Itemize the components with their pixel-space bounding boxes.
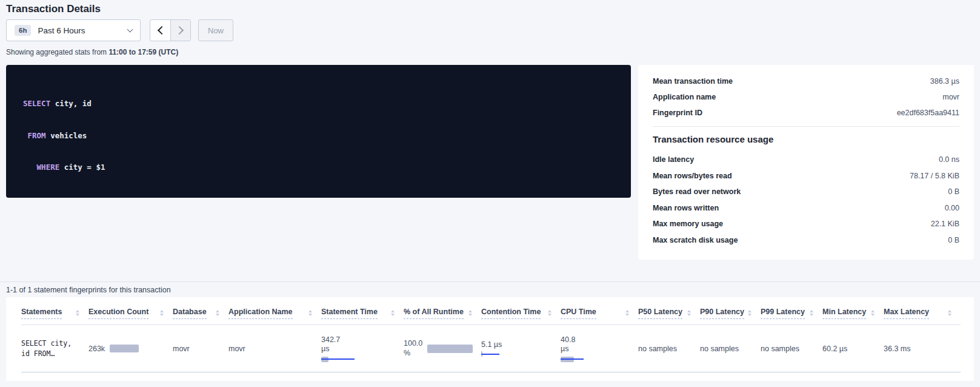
sql-line: FROM vehicles: [23, 130, 614, 141]
stat-row-application-name: Application name movr: [653, 89, 959, 105]
statement-time-cell: 342.7 µs: [321, 335, 404, 362]
statements-table: Statements Execution Count Database Appl…: [6, 297, 974, 381]
aggregation-range-caption: Showing aggregated stats from 11:00 to 1…: [6, 48, 178, 56]
sql-text: city = $1: [59, 163, 105, 172]
stat-row-mean-rows-bytes-read: Mean rows/bytes read 78.17 / 5.8 KiB: [653, 168, 959, 184]
aggregation-range-value: 11:00 to 17:59 (UTC): [108, 48, 178, 56]
stat-label: Mean rows/bytes read: [653, 172, 732, 180]
stat-label: Idle latency: [653, 155, 694, 164]
chevron-right-icon: [175, 26, 184, 35]
sort-arrows-icon[interactable]: [160, 310, 164, 319]
column-header-database[interactable]: Database: [173, 297, 228, 325]
sort-arrows-icon[interactable]: [687, 310, 691, 319]
statements-table-header: Statements Execution Count Database Appl…: [21, 297, 961, 325]
stat-label: Fingerprint ID: [653, 109, 702, 117]
column-header-p99-latency[interactable]: P99 Latency: [761, 297, 822, 325]
stat-value: 0.0 ns: [939, 155, 959, 164]
column-header-label: P90 Latency: [700, 308, 744, 319]
prev-time-window-button[interactable]: [150, 20, 170, 41]
statement-row[interactable]: SELECT city, id FROM… 263k movr movr 342…: [21, 325, 961, 372]
aggregation-range-prefix: Showing aggregated stats from: [6, 48, 108, 56]
sort-arrows-icon[interactable]: [76, 310, 79, 319]
min-latency-cell: 60.2 µs: [822, 345, 884, 353]
sort-arrows-icon[interactable]: [871, 310, 875, 319]
statement-time-value: 342.7 µs: [321, 335, 398, 354]
time-controls: 6h Past 6 Hours Now: [6, 19, 233, 41]
application-name-cell: movr: [228, 345, 321, 353]
runtime-pct-cell: 100.0 %: [404, 339, 481, 358]
time-interval-label: Past 6 Hours: [38, 26, 128, 35]
time-window-nav: [150, 19, 191, 41]
p50-latency-cell: no samples: [638, 345, 700, 353]
stat-value: 0 B: [948, 187, 959, 196]
column-header-label: Database: [173, 308, 207, 319]
now-button[interactable]: Now: [198, 19, 233, 41]
stat-value: 78.17 / 5.8 KiB: [910, 172, 959, 180]
cpu-time-cell: 40.8 µs: [561, 335, 638, 362]
column-header-max-latency[interactable]: Max Latency: [884, 297, 961, 325]
column-header-label: % of All Runtime: [404, 308, 464, 319]
column-header-label: P50 Latency: [638, 308, 682, 319]
sort-arrows-icon[interactable]: [948, 310, 952, 319]
stat-value: 0 B: [948, 236, 959, 244]
page-title: Transaction Details: [6, 3, 101, 15]
chevron-left-icon: [157, 26, 165, 35]
column-header-label: P99 Latency: [761, 308, 805, 319]
column-header-min-latency[interactable]: Min Latency: [822, 297, 884, 325]
stat-value: 0.00: [945, 204, 959, 212]
column-header-statements[interactable]: Statements: [21, 297, 88, 325]
stat-row-mean-transaction-time: Mean transaction time 386.3 µs: [653, 73, 959, 89]
p90-latency-cell: no samples: [700, 345, 761, 353]
column-header-application-name[interactable]: Application Name: [228, 297, 321, 325]
sort-arrows-icon[interactable]: [548, 310, 552, 319]
statement-fingerprint-link[interactable]: SELECT city, id FROM…: [21, 338, 88, 359]
divider: [0, 281, 980, 282]
time-interval-dropdown[interactable]: 6h Past 6 Hours: [6, 19, 141, 41]
statement-text-line: SELECT city,: [21, 338, 82, 349]
column-header-label: Contention Time: [481, 308, 541, 319]
transaction-stats-panel: Mean transaction time 386.3 µs Applicati…: [638, 65, 974, 260]
column-header-contention-time[interactable]: Contention Time: [481, 297, 561, 325]
column-header-label: Min Latency: [822, 308, 866, 319]
sort-arrows-icon[interactable]: [308, 310, 312, 319]
sql-text: city, id: [50, 99, 92, 108]
p99-latency-cell: no samples: [761, 345, 822, 353]
stat-label: Max scratch disk usage: [653, 236, 738, 244]
time-interval-badge: 6h: [15, 25, 31, 36]
stat-label: Bytes read over network: [653, 187, 741, 196]
column-header-cpu-time[interactable]: CPU Time: [561, 297, 638, 325]
sort-arrows-icon[interactable]: [391, 310, 395, 319]
stat-label: Mean rows written: [653, 204, 719, 212]
column-header-label: CPU Time: [561, 308, 596, 319]
stat-label: Application name: [653, 93, 716, 101]
stat-value: 22.1 KiB: [931, 220, 959, 228]
cpu-time-value: 40.8 µs: [561, 335, 632, 354]
statement-text-line: id FROM…: [21, 349, 82, 359]
column-header-statement-time[interactable]: Statement Time: [321, 297, 404, 325]
column-header-p50-latency[interactable]: P50 Latency: [638, 297, 700, 325]
column-header-label: Execution Count: [88, 308, 148, 319]
runtime-pct-bar: [427, 345, 473, 353]
execution-count-bar: [110, 345, 139, 352]
stat-row-idle-latency: Idle latency 0.0 ns: [653, 152, 959, 168]
execution-count-cell: 263k: [88, 345, 173, 353]
contention-time-bar: [481, 351, 499, 357]
stat-label: Max memory usage: [653, 220, 723, 228]
sort-arrows-icon[interactable]: [810, 310, 813, 319]
column-header-p90-latency[interactable]: P90 Latency: [700, 297, 761, 325]
column-header-runtime-pct[interactable]: % of All Runtime: [404, 297, 481, 325]
stat-value: ee2df683f5aa9411: [897, 109, 959, 117]
stat-row-fingerprint-id: Fingerprint ID ee2df683f5aa9411: [653, 105, 959, 121]
sort-arrows-icon[interactable]: [748, 310, 752, 319]
fingerprints-count-caption: 1-1 of 1 statement fingerprints for this…: [6, 286, 171, 294]
column-header-execution-count[interactable]: Execution Count: [88, 297, 173, 325]
sql-text: vehicles: [46, 131, 87, 140]
stat-row-bytes-read-over-network: Bytes read over network 0 B: [653, 184, 959, 200]
max-latency-cell: 36.3 ms: [884, 345, 961, 353]
resource-usage-section-title: Transaction resource usage: [653, 134, 959, 144]
next-time-window-button[interactable]: [170, 20, 190, 41]
sort-arrows-icon[interactable]: [468, 310, 472, 319]
sort-arrows-icon[interactable]: [625, 310, 629, 319]
stat-value: 386.3 µs: [930, 77, 959, 86]
sort-arrows-icon[interactable]: [216, 310, 219, 319]
